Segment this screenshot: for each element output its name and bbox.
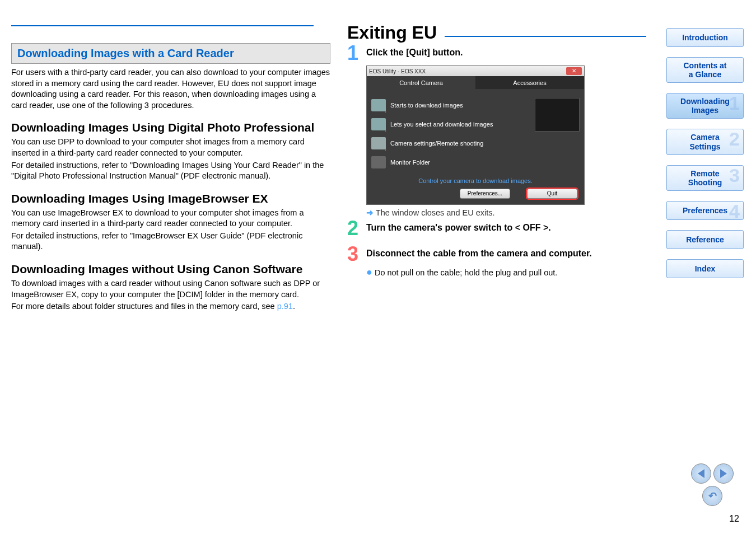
nav-remote-shooting[interactable]: 3 Remote Shooting [666,165,744,191]
intro-text: For users with a third-party card reader… [11,67,330,111]
row-download-label: Starts to download images [390,102,463,109]
nocanon-heading: Downloading Images without Using Canon S… [11,263,330,276]
row-camera-settings-label: Camera settings/Remote shooting [390,140,483,147]
ghost-3: 3 [729,165,740,186]
chevron-left-icon [698,469,704,478]
monitor-folder-icon [371,156,386,168]
tab-accessories[interactable]: Accessories [475,76,584,90]
prev-page-button[interactable] [691,463,711,484]
nocanon-text-1: To download images with a card reader wi… [11,278,330,300]
row-monitor-folder[interactable]: Monitor Folder [371,153,531,172]
bullet-icon: ● [366,266,372,278]
nav-contents-l1: Contents at [684,61,727,70]
row-camera-settings[interactable]: Camera settings/Remote shooting [371,134,531,153]
quit-button[interactable]: Quit [527,189,577,199]
window-closes-text: The window closes and EU exits. [376,208,495,217]
nav-dl-l2: Images [692,106,718,115]
nav-preferences[interactable]: 4 Preferences [666,201,744,220]
arrow-icon: ➜ [366,208,374,217]
nav-contents-l2: a Glance [689,70,721,79]
nav-camera-settings[interactable]: 2 Camera Settings [666,129,744,154]
close-icon[interactable]: ✕ [566,67,582,75]
row-monitor-folder-label: Monitor Folder [390,159,430,166]
nav-cam-l1: Camera [690,133,719,142]
step-1-text: Click the [Quit] button. [366,43,655,58]
title-rule [445,36,646,37]
nav-introduction[interactable]: Introduction [666,28,744,47]
download-icon [371,99,386,111]
ibex-text-1: You can use ImageBrowser EX to download … [11,208,330,229]
ibex-text-2: For detailed instructions, refer to "Ima… [11,231,330,252]
step-3-sub-text: Do not pull on the cable; hold the plug … [375,268,558,277]
nocanon-prefix: For more details about folder structures… [11,302,277,311]
page-nav: ↶ [691,463,734,506]
left-rule [11,25,314,26]
row-select-download[interactable]: Lets you select and download images [371,115,531,134]
dpp-heading: Downloading Images Using Digital Photo P… [11,121,330,134]
ghost-2: 2 [729,128,740,150]
eos-utility-screenshot: EOS Utility - EOS XXX ✕ Control Camera A… [366,65,585,205]
page-link-91[interactable]: p.91 [277,302,293,311]
nocanon-suffix: . [293,302,295,311]
window-title: EOS Utility - EOS XXX [369,68,426,74]
camera-settings-icon [371,137,386,149]
nav-reference[interactable]: Reference [666,230,744,249]
dpp-text-1: You can use DPP to download to your comp… [11,137,330,158]
nav-rem-l2: Shooting [688,178,722,187]
nav-contents[interactable]: Contents at a Glance [666,57,744,83]
nav-cam-l2: Settings [689,142,720,151]
nocanon-text-2: For more details about folder structures… [11,301,330,312]
nav-pref-label: Preferences [683,206,727,215]
step-3-number: 3 [347,244,366,264]
ghost-4: 4 [729,200,740,222]
nav-rem-l1: Remote [690,169,719,178]
result-text: ➜ The window closes and EU exits. [366,208,655,217]
step-3-text: Disconnect the cable from the camera and… [366,244,655,259]
exiting-eu-title: Exiting EU [347,22,437,43]
nav-index[interactable]: Index [666,259,744,278]
chevron-right-icon [720,469,727,478]
tab-control-camera[interactable]: Control Camera [367,76,475,90]
back-button[interactable]: ↶ [702,486,722,506]
nav-dl-l1: Downloading [680,97,730,106]
select-download-icon [371,118,386,130]
row-download[interactable]: Starts to download images [371,96,531,115]
page-number: 12 [729,514,739,524]
undo-icon: ↶ [708,490,717,502]
step-2-text: Turn the camera's power switch to < OFF … [366,218,655,233]
monitor-thumbnail [535,98,580,132]
preferences-button[interactable]: Preferences... [460,189,510,199]
row-select-download-label: Lets you select and download images [390,121,493,128]
step-3-sub: ● Do not pull on the cable; hold the plu… [366,266,655,278]
ghost-1: 1 [729,92,740,114]
next-page-button[interactable] [713,463,734,484]
nav-downloading[interactable]: 1 Downloading Images [666,93,744,119]
sidebar-nav: Introduction Contents at a Glance 1 Down… [666,28,745,288]
status-text: Control your camera to download images. [367,175,584,186]
step-1-number: 1 [347,43,366,63]
dpp-text-2: For detailed instructions, refer to "Dow… [11,160,330,182]
card-reader-heading: Downloading Images with a Card Reader [11,43,330,64]
step-2-number: 2 [347,218,366,238]
ibex-heading: Downloading Images Using ImageBrowser EX [11,192,330,205]
